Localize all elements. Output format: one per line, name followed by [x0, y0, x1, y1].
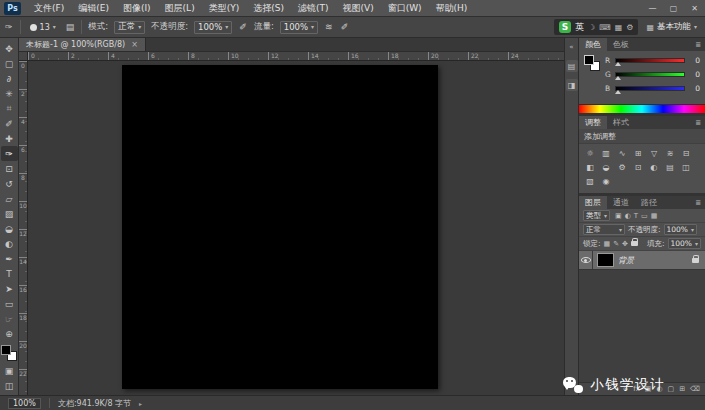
filter-type-icon[interactable]: T [634, 212, 638, 220]
fill-select[interactable]: 100% ▾ [668, 238, 701, 249]
channel-slider[interactable] [615, 72, 685, 77]
layer-visibility-toggle[interactable] [579, 251, 593, 269]
levels-icon[interactable]: ▥ [601, 148, 611, 158]
filter-smart-icon[interactable]: ▦ [651, 212, 658, 220]
invert-icon[interactable]: ◐ [649, 162, 659, 172]
dodge-tool[interactable]: ◐ [1, 236, 18, 251]
selective-color-icon[interactable]: ◉ [601, 176, 611, 186]
menu-item[interactable]: 类型(Y) [202, 0, 247, 16]
layer-opacity-select[interactable]: 100% ▾ [664, 224, 697, 235]
toggle-brush-panel-icon[interactable]: ▤ [65, 22, 76, 32]
lasso-tool[interactable]: ∂ [1, 71, 18, 86]
workspace-switcher[interactable]: ▦ 基本功能 ▾ [646, 21, 697, 33]
ime-language-toggle[interactable]: 英 [575, 21, 584, 34]
channel-value[interactable]: 0 [688, 84, 700, 93]
channel-slider[interactable] [615, 86, 685, 91]
photo-filter-icon[interactable]: ◒ [601, 162, 611, 172]
history-panel-icon[interactable]: ▤ [566, 60, 578, 72]
brush-tool[interactable]: ✑ [1, 146, 18, 161]
zoom-level-field[interactable]: 100% [8, 398, 41, 409]
hue-saturation-icon[interactable]: ≋ [665, 148, 675, 158]
menu-item[interactable]: 选择(S) [246, 0, 291, 16]
minimize-button[interactable]: — [642, 0, 663, 16]
pressure-opacity-icon[interactable]: ✐ [238, 22, 248, 32]
filter-shape-icon[interactable]: ▭ [641, 212, 648, 220]
panel-tab[interactable]: 调整 [579, 116, 607, 129]
menu-item[interactable]: 滤镜(T) [291, 0, 336, 16]
channel-slider[interactable] [615, 58, 685, 63]
lock-transparency-icon[interactable]: ▦ [604, 240, 611, 248]
gradient-tool[interactable]: ▨ [1, 206, 18, 221]
curves-icon[interactable]: ∿ [617, 148, 627, 158]
menu-item[interactable]: 帮助(H) [429, 0, 475, 16]
channel-value[interactable]: 0 [688, 70, 700, 79]
sogou-logo[interactable]: S [559, 21, 571, 33]
moon-icon[interactable]: ☽ [588, 23, 595, 32]
rect-marquee-tool[interactable]: ▢ [1, 56, 18, 71]
hand-tool[interactable]: ☞ [1, 311, 18, 326]
panel-tab[interactable]: 路径 [635, 196, 663, 209]
panel-tab[interactable]: 样式 [607, 116, 635, 129]
quick-mask-tool[interactable]: ▣ [1, 363, 18, 378]
close-button[interactable]: ✕ [684, 0, 705, 16]
gradient-map-icon[interactable]: ▧ [585, 176, 595, 186]
brightness-contrast-icon[interactable]: ☼ [585, 148, 595, 158]
blend-mode-select[interactable]: 正常 ▾ [583, 224, 625, 235]
document-canvas[interactable] [122, 65, 438, 389]
color-ramp[interactable] [579, 104, 705, 113]
healing-brush-tool[interactable]: ✚ [1, 131, 18, 146]
eraser-tool[interactable]: ▱ [1, 191, 18, 206]
lock-position-icon[interactable]: ✥ [622, 240, 628, 248]
layer-thumbnail[interactable] [597, 253, 614, 267]
exposure-icon[interactable]: ⊞ [633, 148, 643, 158]
menu-item[interactable]: 图层(L) [158, 0, 202, 16]
properties-panel-icon[interactable]: ◨ [566, 79, 578, 91]
blur-tool[interactable]: ◒ [1, 221, 18, 236]
foreground-color-swatch[interactable] [584, 55, 594, 65]
quick-selection-tool[interactable]: ✳ [1, 86, 18, 101]
crop-tool[interactable]: ⌗ [1, 101, 18, 116]
document-tab[interactable]: 未标题-1 @ 100%(RGB/8) × [19, 38, 146, 51]
posterize-icon[interactable]: ▤ [665, 162, 675, 172]
history-brush-tool[interactable]: ↺ [1, 176, 18, 191]
close-tab-icon[interactable]: × [131, 40, 138, 49]
layer-row-background[interactable]: 背景 [579, 251, 705, 270]
airbrush-icon[interactable]: ≋ [324, 22, 334, 32]
filter-pixel-icon[interactable]: ▣ [615, 212, 622, 220]
panel-tab[interactable]: 颜色 [579, 38, 607, 51]
lock-paint-icon[interactable]: ✎ [613, 240, 619, 248]
lock-all-icon[interactable] [631, 241, 638, 246]
channel-mixer-icon[interactable]: ⚙ [617, 162, 627, 172]
panel-menu-icon[interactable]: ≣ [691, 38, 705, 51]
flow-select[interactable]: 100% ▾ [280, 21, 318, 34]
mode-select[interactable]: 正常 ▾ [114, 21, 145, 34]
toolbox-icon[interactable]: ▦ [615, 23, 623, 32]
wrench-icon[interactable]: ⚙ [626, 23, 633, 32]
color-balance-icon[interactable]: ⊟ [681, 148, 691, 158]
menu-item[interactable]: 编辑(E) [71, 0, 116, 16]
layer-filter-select[interactable]: 类型 ▾ [583, 210, 610, 221]
move-tool[interactable]: ✥ [1, 41, 18, 56]
panel-tab[interactable]: 通道 [607, 196, 635, 209]
delete-layer-icon[interactable]: ⌫ [690, 385, 700, 393]
expand-panels-icon[interactable]: « [566, 41, 578, 53]
ruler-corner[interactable] [19, 52, 28, 61]
zoom-tool[interactable]: ⊕ [1, 326, 18, 341]
filter-adjustment-icon[interactable]: ◐ [625, 212, 631, 220]
panel-menu-icon[interactable]: ≣ [691, 116, 705, 129]
pressure-size-icon[interactable]: ✐ [340, 22, 350, 32]
new-layer-icon[interactable]: ⊞ [679, 385, 685, 393]
eyedropper-tool[interactable]: ✐ [1, 116, 18, 131]
foreground-color-swatch[interactable] [1, 345, 11, 355]
channel-value[interactable]: 0 [688, 56, 700, 65]
maximize-button[interactable]: ▢ [663, 0, 684, 16]
menu-item[interactable]: 图像(I) [116, 0, 158, 16]
menu-item[interactable]: 窗口(W) [381, 0, 429, 16]
status-arrow-icon[interactable]: ▸ [139, 400, 142, 407]
panel-menu-icon[interactable]: ≣ [691, 196, 705, 209]
menu-item[interactable]: 视图(V) [335, 0, 380, 16]
screen-mode-tool[interactable]: ◫ [1, 378, 18, 393]
menu-item[interactable]: 文件(F) [27, 0, 71, 16]
threshold-icon[interactable]: ◫ [681, 162, 691, 172]
clone-stamp-tool[interactable]: ⊡ [1, 161, 18, 176]
